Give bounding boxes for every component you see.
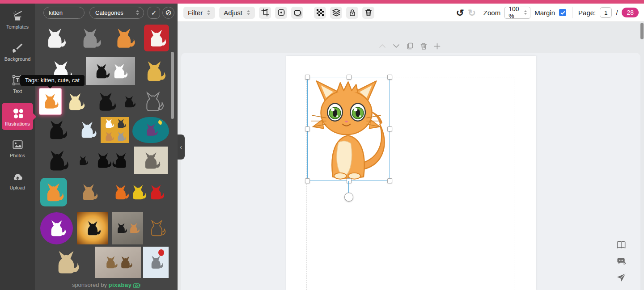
margin-checkbox[interactable] [559,9,566,16]
search-input[interactable] [43,7,85,19]
check-icon: ✓ [151,9,157,17]
illustration-thumbnail[interactable] [39,117,74,143]
resize-handle-n[interactable] [347,75,352,80]
trash-icon [364,8,373,17]
paintbrush-icon [12,42,24,54]
resize-handle-sw[interactable] [305,178,310,183]
rotation-handle[interactable] [344,193,353,202]
clear-search-button[interactable]: ⊘ [162,7,174,19]
top-accent-bar [0,0,644,4]
resize-handle-se[interactable] [387,178,392,183]
illustration-thumbnail[interactable] [76,147,89,174]
book-icon[interactable] [616,240,626,249]
page-number-input[interactable] [600,7,612,18]
selected-image-object[interactable] [307,77,390,181]
illustration-thumbnail[interactable] [63,89,88,114]
illustration-thumbnail[interactable] [71,178,106,206]
canvas-area [178,22,644,290]
crop-button[interactable] [259,7,271,19]
illustration-thumbnail[interactable] [39,147,75,174]
mask-dot-icon [277,8,285,17]
illustration-thumbnail[interactable] [92,147,132,174]
total-pages-badge[interactable]: 28 [622,8,639,17]
delete-button[interactable] [362,7,374,19]
illustration-thumbnail[interactable] [75,117,99,143]
illustration-thumbnail[interactable] [101,117,129,143]
chat-icon[interactable] [616,257,626,265]
sort-arrows-icon [136,10,140,16]
send-icon[interactable] [616,273,626,282]
transparency-button[interactable] [314,7,326,19]
petals-icon [12,107,24,119]
illustration-thumbnail[interactable] [40,25,69,51]
resize-handle-ne[interactable] [387,75,392,80]
adjust-dropdown[interactable]: Adjust [219,7,255,19]
move-up-icon[interactable] [379,43,386,49]
move-down-icon[interactable] [393,43,400,49]
illustration-thumbnail[interactable] [112,212,143,244]
sidebar-item-templates[interactable]: Templates [0,10,35,29]
undo-icon[interactable]: ↺ [456,8,464,17]
illustration-thumbnail[interactable] [40,212,73,244]
illustration-thumbnail[interactable] [144,25,169,51]
resize-handle-e[interactable] [387,126,392,131]
balloon-shape [158,249,164,256]
sidebar-item-photos[interactable]: Photos [0,139,35,158]
lock-icon [348,8,356,17]
sort-arrows-icon [207,10,211,16]
redo-icon[interactable]: ↻ [468,8,476,17]
image-icon [12,139,24,151]
adjust-label: Adjust [224,9,242,17]
design-page[interactable] [286,56,536,290]
illustration-thumbnail[interactable] [134,147,168,174]
filter-dropdown[interactable]: Filter [183,7,215,19]
layers-button[interactable] [330,7,342,19]
sidebar-item-illustrations[interactable]: Illustrations [2,103,33,130]
cloud-upload-icon [12,171,24,183]
sidebar-item-label: Upload [10,185,25,190]
shadow-button[interactable] [291,7,303,19]
illustration-thumbnail[interactable] [109,178,168,206]
panel-scrollbar[interactable] [171,52,174,119]
sponsored-row[interactable]: sponsored by pixabay [35,282,178,288]
zoom-select[interactable]: 100 % [504,7,530,19]
illustration-thumbnail[interactable] [39,247,93,278]
illustration-thumbnail[interactable] [95,247,141,278]
margin-label: Margin [534,9,555,17]
illustration-thumbnail[interactable] [91,89,121,114]
panel-collapse-button[interactable]: ‹ [177,134,185,160]
resize-handle-nw[interactable] [305,75,310,80]
apply-search-button[interactable]: ✓ [148,7,160,19]
resize-handle-w[interactable] [305,126,310,131]
categories-dropdown[interactable]: Categories [89,7,144,19]
canvas-scrollbar[interactable] [640,23,644,39]
illustration-thumbnail[interactable] [75,25,105,51]
sidebar-item-label: Background [4,56,31,62]
margin-guide-left [306,77,307,290]
page-separator: / [616,9,618,17]
illustration-thumbnail[interactable] [143,247,169,278]
editor-toolbar: Filter Adjust ↺ ↻ Zoom 100 % Ma [178,4,644,22]
illustration-thumbnail-selected[interactable] [39,88,61,114]
illustration-thumbnail[interactable] [121,89,138,114]
illustration-thumbnail[interactable] [132,117,169,143]
sidebar-item-upload[interactable]: Upload [0,171,35,190]
mask-button[interactable] [275,7,287,19]
illustration-thumbnail[interactable] [86,57,135,85]
illustration-thumbnail[interactable] [140,57,169,85]
sidebar-item-background[interactable]: Background [0,42,35,62]
illustration-thumbnail[interactable] [40,178,67,206]
sponsored-text: sponsored by [72,282,107,288]
lock-button[interactable] [346,7,358,19]
illustration-thumbnail[interactable] [139,89,167,114]
duplicate-icon[interactable] [407,42,414,50]
floating-action-icons [616,240,626,282]
layers-icon [332,8,340,17]
illustration-thumbnail[interactable] [145,212,168,244]
delete-page-icon[interactable] [420,42,427,50]
illustration-thumbnail[interactable] [109,25,140,51]
add-page-icon[interactable] [434,43,441,50]
categories-label: Categories [95,9,136,16]
resize-handle-s[interactable] [347,178,352,183]
illustration-thumbnail[interactable] [77,212,108,244]
